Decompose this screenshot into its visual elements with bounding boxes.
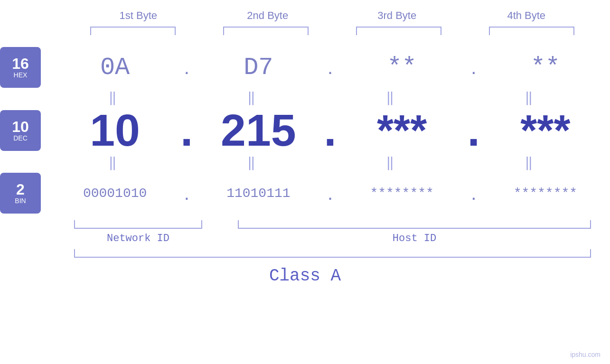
- byte-header-4: 4th Byte: [462, 9, 591, 22]
- hex-row: 16 HEX 0A . D7 . ** . **: [0, 47, 610, 88]
- dec-value-2: 215: [221, 105, 296, 155]
- hex-badge: 16 HEX: [0, 47, 41, 88]
- hex-sep-1: .: [179, 58, 194, 77]
- dec-sep-2: .: [323, 108, 338, 153]
- top-bracket-row: [0, 27, 610, 35]
- watermark: ipshu.com: [570, 351, 601, 358]
- byte-headers-row: 1st Byte 2nd Byte 3rd Byte 4th Byte: [0, 9, 610, 22]
- bin-byte-3: ********: [338, 186, 467, 201]
- dec-value-1: 10: [90, 105, 140, 155]
- equals-1: ‖: [50, 90, 175, 106]
- host-id-label: Host ID: [238, 233, 591, 244]
- dec-value-3: ***: [377, 107, 427, 154]
- top-bracket-3: [339, 27, 458, 35]
- bin-sep-3: .: [467, 184, 481, 203]
- bin-value-2: 11010111: [226, 186, 290, 201]
- hex-value-2: D7: [244, 54, 273, 82]
- equals-5: ‖: [50, 155, 175, 171]
- overall-bracket: [74, 249, 591, 258]
- byte-header-2: 2nd Byte: [203, 9, 333, 22]
- bin-badge: 2 BIN: [0, 173, 41, 214]
- dec-values-row: 10 . 215 . *** . ***: [50, 108, 610, 153]
- hex-byte-4: **: [481, 54, 610, 82]
- hex-byte-1: 0A: [50, 54, 179, 82]
- bracket-line-1: [90, 27, 176, 35]
- bin-byte-4: ********: [481, 186, 610, 201]
- hex-byte-3: **: [338, 54, 467, 82]
- network-id-label: Network ID: [74, 233, 202, 244]
- bin-base-number: 2: [16, 182, 25, 197]
- bin-byte-1: 00001010: [50, 186, 179, 201]
- bin-value-4: ********: [514, 186, 577, 201]
- dec-byte-2: 215: [194, 108, 323, 153]
- hex-values-row: 0A . D7 . ** . **: [50, 54, 610, 82]
- hex-base-number: 16: [12, 56, 29, 71]
- byte-header-1: 1st Byte: [74, 9, 203, 22]
- bracket-line-3: [356, 27, 441, 35]
- hex-sep-3: .: [467, 58, 481, 77]
- dec-byte-4: ***: [481, 109, 610, 152]
- equals-2: ‖: [189, 90, 313, 106]
- dec-sep-3: .: [467, 108, 481, 153]
- equals-row-2: ‖ ‖ ‖ ‖: [0, 155, 610, 171]
- hex-value-1: 0A: [100, 54, 130, 82]
- equals-row-1: ‖ ‖ ‖ ‖: [0, 90, 610, 106]
- dec-badge: 10 DEC: [0, 110, 41, 151]
- bottom-area: Network ID Host ID: [0, 220, 610, 244]
- bin-row: 2 BIN 00001010 . 11010111 . ******** . *…: [0, 173, 610, 214]
- dec-sep-1: .: [179, 108, 194, 153]
- equals-6: ‖: [189, 155, 313, 171]
- hex-byte-2: D7: [194, 54, 323, 82]
- bin-byte-2: 11010111: [194, 186, 323, 201]
- main-container: 1st Byte 2nd Byte 3rd Byte 4th Byte 16 H…: [0, 0, 610, 364]
- top-bracket-1: [74, 27, 192, 35]
- overall-bracket-row: [0, 244, 610, 262]
- dec-row: 10 DEC 10 . 215 . *** . ***: [0, 108, 610, 153]
- bin-values-row: 00001010 . 11010111 . ******** . *******…: [50, 184, 610, 203]
- hex-sep-2: .: [323, 58, 338, 77]
- dec-base-label: DEC: [13, 134, 28, 142]
- dec-byte-1: 10: [50, 108, 179, 153]
- equals-7: ‖: [328, 155, 452, 171]
- byte-header-3: 3rd Byte: [332, 9, 462, 22]
- top-bracket-4: [472, 27, 591, 35]
- hex-base-label: HEX: [14, 71, 28, 79]
- bin-value-1: 00001010: [83, 186, 147, 201]
- equals-4: ‖: [467, 90, 591, 106]
- class-label: Class A: [0, 266, 610, 286]
- bracket-line-2: [223, 27, 309, 35]
- hex-value-3: **: [387, 54, 416, 82]
- bin-base-label: BIN: [15, 197, 26, 205]
- bottom-brackets: [74, 220, 591, 229]
- dec-byte-3: ***: [338, 109, 467, 152]
- network-id-bracket: [74, 220, 202, 229]
- top-bracket-2: [206, 27, 325, 35]
- equals-8: ‖: [467, 155, 591, 171]
- bin-sep-2: .: [323, 184, 338, 203]
- dec-base-number: 10: [12, 119, 29, 134]
- host-id-bracket: [238, 220, 591, 229]
- hex-value-4: **: [531, 54, 560, 82]
- bin-sep-1: .: [179, 184, 194, 203]
- dec-value-4: ***: [520, 107, 570, 154]
- equals-3: ‖: [328, 90, 452, 106]
- bottom-labels: Network ID Host ID: [74, 233, 591, 244]
- bracket-line-4: [489, 27, 574, 35]
- bin-value-3: ********: [370, 186, 433, 201]
